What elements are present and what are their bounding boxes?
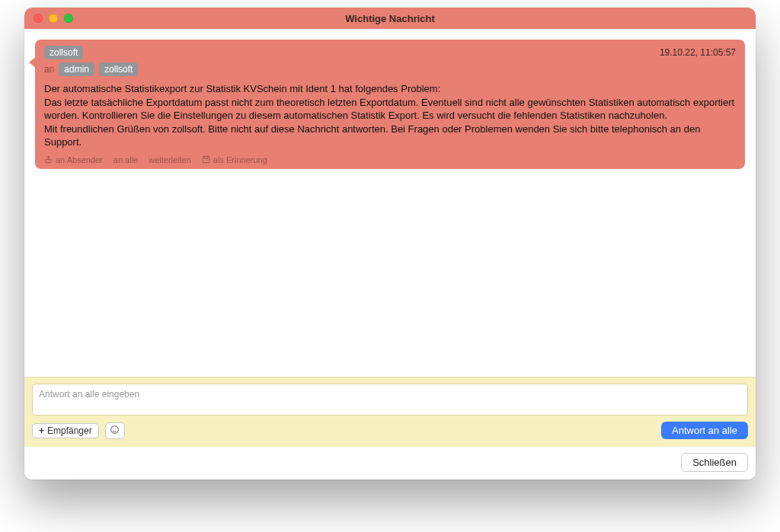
message-header: zollsoft an admin zollsoft 19.10.22, 11:… [44, 46, 736, 76]
reply-toolbar-left: + Empfänger [32, 422, 125, 439]
reply-panel: + Empfänger Antwort an alle [24, 377, 756, 447]
reply-input[interactable] [32, 384, 748, 416]
message-bubble-wrap: zollsoft an admin zollsoft 19.10.22, 11:… [35, 40, 745, 169]
as-reminder-label: als Erinnerung [213, 155, 267, 164]
traffic-lights [24, 14, 73, 23]
window-zoom-icon[interactable] [64, 14, 73, 23]
svg-point-3 [113, 428, 114, 429]
reply-toolbar: + Empfänger Antwort an alle [32, 422, 748, 439]
reply-all-action[interactable]: an alle [113, 155, 138, 164]
emoji-icon [110, 425, 120, 437]
recipient-chip: zollsoft [99, 62, 138, 76]
reply-sender-action[interactable]: an Absender [44, 155, 103, 164]
message-actions: an Absender an alle weiterleiten [44, 155, 736, 164]
window-title: Wichtige Nachricht [24, 13, 756, 24]
emoji-button[interactable] [105, 422, 125, 439]
window-minimize-icon[interactable] [49, 14, 58, 23]
footer: Schließen [24, 447, 756, 479]
add-recipient-button[interactable]: + Empfänger [32, 423, 99, 438]
recipient-chip: admin [59, 62, 94, 76]
message-window: Wichtige Nachricht zollsoft an admin zol… [24, 8, 756, 479]
forward-label: weiterleiten [149, 155, 191, 164]
titlebar: Wichtige Nachricht [24, 8, 756, 29]
forward-action[interactable]: weiterleiten [149, 155, 191, 164]
share-icon [44, 155, 53, 164]
recipient-line: an admin zollsoft [44, 62, 138, 76]
add-recipient-label: Empfänger [47, 425, 92, 436]
message-body: Der automatische Statistikexport zur Sta… [44, 82, 736, 149]
message-bubble: zollsoft an admin zollsoft 19.10.22, 11:… [35, 40, 745, 169]
svg-point-2 [111, 425, 119, 433]
save-icon [202, 155, 210, 164]
window-close-icon[interactable] [34, 14, 43, 23]
sender-chip: zollsoft [44, 46, 83, 59]
message-area: zollsoft an admin zollsoft 19.10.22, 11:… [24, 29, 756, 377]
message-from-to: zollsoft an admin zollsoft [44, 46, 138, 76]
close-button[interactable]: Schließen [681, 453, 748, 472]
svg-point-4 [116, 428, 117, 429]
plus-icon: + [39, 425, 44, 436]
message-timestamp: 19.10.22, 11:05:57 [660, 46, 736, 58]
as-reminder-action[interactable]: als Erinnerung [202, 155, 267, 164]
send-reply-all-button[interactable]: Antwort an alle [661, 422, 748, 439]
reply-all-label: an alle [113, 155, 138, 164]
recipient-label: an [44, 64, 54, 75]
svg-rect-1 [203, 157, 209, 163]
reply-sender-label: an Absender [56, 155, 103, 164]
